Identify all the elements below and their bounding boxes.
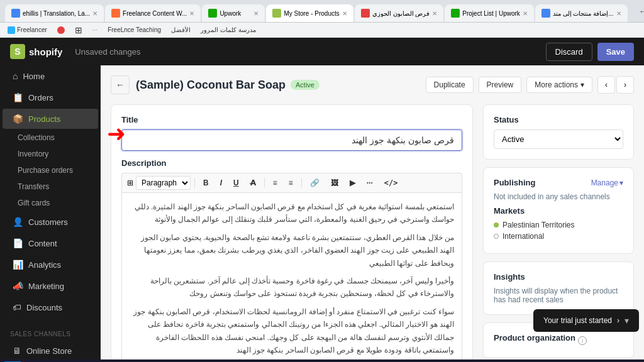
sidebar-item-customers[interactable]: 👤 Customers [3,212,98,232]
sidebar-sub-collections[interactable]: Collections [0,129,101,146]
align-button[interactable]: ≡ [269,177,282,189]
browser-tab-4[interactable]: فرص الصابون الجوزي ✕ [355,4,444,22]
nav-arrows: ‹ › [597,76,634,94]
tab-favicon-0 [11,9,20,18]
sidebar-sub-label-purchase: Purchase orders [18,166,73,175]
sidebar-sub-giftcards[interactable]: Gift cards [0,195,101,211]
image-button[interactable]: 🖼 [326,177,343,189]
browser-tab-3[interactable]: My Store - Products ✕ [266,4,353,22]
browser-tab-2[interactable]: Upwork ✕ [202,4,265,22]
main-column: Title Description ⊞ Paragraph B I U A̶ [111,104,473,359]
insights-card: Insights Insights will display when the … [483,261,634,315]
publishing-label: Publishing [494,178,535,187]
browser-tabs: ehillis | Translation, La... ✕ Freelance… [5,0,628,22]
description-toolbar: ⊞ Paragraph B I U A̶ ≡ ≡ 🔗 [121,173,462,192]
sidebar-item-analytics[interactable]: 📊 Analytics [3,255,98,275]
sidebar-label-home: Home [23,72,45,81]
duplicate-button[interactable]: Duplicate [426,77,474,93]
description-editor[interactable]: استمتعي بلمسة استوائية مغرية في كل استخد… [121,192,462,359]
tab-close-1[interactable]: ✕ [189,10,194,17]
toolbar-format-icon[interactable]: ⊞ [127,178,133,187]
code-button[interactable]: </> [380,177,402,189]
product-org-label: Product organization [494,333,575,343]
next-product-button[interactable]: › [616,76,634,94]
home-icon: ⌂ [13,71,18,81]
product-org-header: Product organization i [494,333,623,348]
sidebar-sub-inventory[interactable]: Inventory [0,146,101,162]
sidebar-item-content[interactable]: 📄 Content [3,233,98,253]
topbar-actions: Discard Save [546,43,634,61]
media-button[interactable]: ▶ [345,177,360,189]
bold-button[interactable]: B [199,177,213,189]
tab-favicon-2 [208,9,217,18]
bookmark-freelancer[interactable]: Freelancer [5,25,50,35]
underline-button[interactable]: U [229,177,243,189]
trial-toast-close-button[interactable]: ▾ [625,315,629,326]
red-arrow-indicator: ➜ [107,121,126,147]
title-input[interactable] [121,129,462,151]
italic-button[interactable]: I [216,177,226,189]
sidebar-sub-label-collections: Collections [18,133,55,142]
preview-button[interactable]: Preview [479,77,522,93]
strikethrough-button[interactable]: A̶ [246,177,260,189]
bookmark-n[interactable] [55,25,67,35]
sidebar-item-home[interactable]: ⌂ Home [3,66,98,86]
browser-tab-0[interactable]: ehillis | Translation, La... ✕ [5,4,104,22]
save-button[interactable]: Save [597,43,634,61]
sidebar: ⌂ Home 📋 Orders 📦 Products Collections I… [0,65,101,359]
sidebar-item-orders[interactable]: 📋 Orders [3,87,98,107]
publishing-card: Publishing Manage ▾ Not included in any … [483,167,634,254]
chevron-down-icon: ▾ [580,80,584,89]
sidebar-label-online-store: Online Store [26,346,72,356]
sidebar-sub-label-inventory: Inventory [18,150,48,158]
tab-label-0: ehillis | Translation, La... [23,10,90,17]
sidebar-item-marketing[interactable]: 📣 Marketing [3,276,98,296]
shopify-wordmark: shopify [29,47,62,57]
paragraph-select[interactable]: Paragraph [136,176,191,190]
tab-close-3[interactable]: ✕ [342,10,347,17]
sidebar-label-content: Content [28,239,57,248]
analytics-icon: 📊 [13,260,23,270]
more-toolbar-button[interactable]: ··· [362,177,377,189]
bookmark-icons[interactable]: ⊞ [72,24,85,36]
more-actions-button[interactable]: More actions ▾ [526,77,592,93]
tab-close-5[interactable]: ✕ [523,10,528,17]
sidebar-item-online-store[interactable]: 🖥 Online Store [3,341,98,359]
link-button[interactable]: 🔗 [306,177,324,189]
sidebar-item-products[interactable]: 📦 Products [3,109,98,129]
manage-link[interactable]: Manage ▾ [591,178,623,187]
discard-button[interactable]: Discard [546,43,592,61]
tab-label-1: Freelance Content W... [123,10,187,17]
browser-tab-5[interactable]: Project List | Upwork ✕ [445,4,534,22]
tab-close-0[interactable]: ✕ [92,10,97,17]
sidebar-sub-label-giftcards: Gift cards [18,199,50,207]
prev-product-button[interactable]: ‹ [597,76,615,94]
tab-close-4[interactable]: ✕ [432,10,437,17]
status-select[interactable]: Active [494,129,623,149]
trial-toast[interactable]: Your trial just started › ▾ [533,309,639,332]
sidebar-sub-purchase[interactable]: Purchase orders [0,162,101,178]
tab-label-3: My Store - Products [284,10,339,17]
bookmark-arabic1[interactable]: الأفضل [169,25,193,35]
tab-favicon-4 [361,9,370,18]
info-icon[interactable]: i [578,336,587,345]
sidebar-sub-transfers[interactable]: Transfers [0,178,101,195]
taskbar: ⊞ 🔍 Type here to search e 📁 W 🌐 ▶ 📶 🔊 🔋 … [0,359,644,362]
bookmark-arabic2[interactable]: مدرسة كلمات المرور [198,25,258,35]
align-right-button[interactable]: ≡ [284,177,297,189]
tab-close-2[interactable]: ✕ [253,10,258,17]
tab-label-5: Project List | Upwork [462,10,520,17]
browser-tab-1[interactable]: Freelance Content W... ✕ [105,4,201,22]
sidebar-item-discounts[interactable]: 🏷 Discounts [3,297,98,317]
bookmark-teaching[interactable]: FreeLnce Teaching [105,25,164,35]
title-label: Title [121,115,462,124]
market-label-2: International [502,232,544,241]
tab-close-6[interactable]: ✕ [616,10,621,17]
trial-toast-arrow-icon: › [617,316,619,325]
back-button[interactable]: ← [111,75,130,94]
browser-tab-6[interactable]: إضافة منتجات إلى متد... ✕ [535,4,628,22]
sidebar-sub-label-transfers: Transfers [18,182,49,191]
shopify-topbar: S shopify Unsaved changes Discard Save [0,38,644,65]
online-store-icon: 🖥 [13,346,21,356]
nav-back-btn[interactable]: ← [636,5,644,18]
